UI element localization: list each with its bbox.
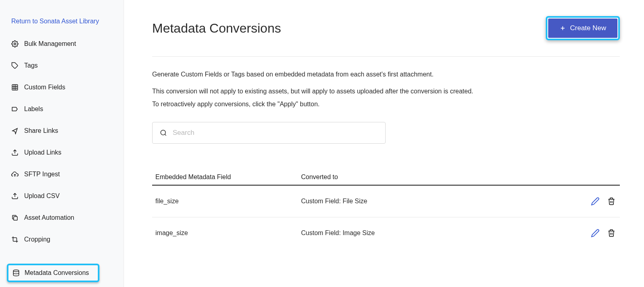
sidebar-item-labels[interactable]: Labels: [0, 98, 124, 120]
divider: [152, 56, 620, 57]
svg-rect-2: [12, 85, 18, 90]
gear-icon: [11, 40, 19, 47]
svg-rect-10: [14, 217, 17, 220]
plus-icon: [559, 25, 566, 31]
sidebar-item-upload-links[interactable]: Upload Links: [0, 142, 124, 163]
header-row: Metadata Conversions Create New: [152, 16, 620, 40]
page-title: Metadata Conversions: [152, 21, 281, 36]
table-header-converted: Converted to: [301, 173, 620, 181]
search-icon: [160, 129, 167, 136]
table-row: image_size Custom Field: Image Size: [152, 217, 620, 249]
sidebar-item-cropping[interactable]: Cropping: [0, 229, 124, 250]
description-line-1: Generate Custom Fields or Tags based on …: [152, 70, 620, 79]
create-new-label: Create New: [570, 24, 606, 32]
edit-icon[interactable]: [591, 229, 600, 237]
description-line-2: This conversion will not apply to existi…: [152, 85, 620, 98]
cloud-upload-icon: [11, 171, 19, 178]
sidebar-item-label: Share Links: [24, 127, 58, 134]
sidebar-item-label: Upload Links: [24, 149, 62, 156]
copy-icon: [11, 214, 19, 221]
edit-icon[interactable]: [591, 197, 600, 206]
share-icon: [11, 127, 19, 134]
sidebar-item-label: Custom Fields: [24, 84, 65, 91]
sidebar-item-label: Labels: [24, 105, 43, 113]
sidebar-item-label: Metadata Conversions: [25, 269, 89, 277]
cell-converted: Custom Field: Image Size: [301, 229, 580, 237]
svg-point-0: [14, 43, 16, 45]
sidebar-item-label: Upload CSV: [24, 192, 60, 200]
return-link[interactable]: Return to Sonata Asset Library: [0, 14, 124, 33]
sidebar-item-upload-csv[interactable]: Upload CSV: [0, 185, 124, 207]
sidebar-item-label: SFTP Ingest: [24, 171, 60, 178]
database-icon: [12, 269, 20, 277]
sidebar-item-label: Tags: [24, 62, 38, 69]
description-line-3: To retroactively apply conversions, clic…: [152, 98, 620, 111]
cell-converted: Custom Field: File Size: [301, 198, 580, 205]
sidebar-item-tags[interactable]: Tags: [0, 55, 124, 76]
description-block: This conversion will not apply to existi…: [152, 85, 620, 111]
upload-icon: [11, 192, 19, 200]
crop-icon: [11, 236, 19, 243]
tag-icon: [11, 62, 19, 69]
sidebar-item-label: Bulk Management: [24, 40, 76, 47]
table-row: file_size Custom Field: File Size: [152, 186, 620, 217]
table-header-embedded: Embedded Metadata Field: [152, 173, 301, 181]
create-new-highlight: Create New: [546, 16, 620, 40]
sidebar-item-bulk-management[interactable]: Bulk Management: [0, 33, 124, 55]
cell-embedded: file_size: [152, 198, 301, 205]
svg-point-11: [13, 270, 19, 272]
main-content: Metadata Conversions Create New Generate…: [124, 0, 644, 287]
trash-icon[interactable]: [607, 229, 616, 237]
sidebar-item-custom-fields[interactable]: Custom Fields: [0, 76, 124, 98]
sidebar-item-share-links[interactable]: Share Links: [0, 120, 124, 142]
svg-point-14: [161, 130, 165, 135]
sidebar-item-label: Cropping: [24, 236, 50, 243]
sidebar-item-metadata-conversions[interactable]: Metadata Conversions: [7, 264, 99, 282]
search-input[interactable]: [173, 129, 378, 137]
sidebar-item-label: Asset Automation: [24, 214, 74, 221]
sidebar-item-asset-automation[interactable]: Asset Automation: [0, 207, 124, 229]
label-icon: [11, 105, 19, 113]
upload-icon: [11, 149, 19, 156]
trash-icon[interactable]: [607, 197, 616, 206]
sidebar-item-sftp-ingest[interactable]: SFTP Ingest: [0, 163, 124, 185]
svg-line-15: [165, 134, 166, 135]
cell-embedded: image_size: [152, 229, 301, 237]
search-box[interactable]: [152, 122, 386, 144]
table-header: Embedded Metadata Field Converted to: [152, 173, 620, 186]
create-new-button[interactable]: Create New: [548, 19, 617, 38]
sidebar: Return to Sonata Asset Library Bulk Mana…: [0, 0, 124, 287]
grid-icon: [11, 84, 19, 91]
